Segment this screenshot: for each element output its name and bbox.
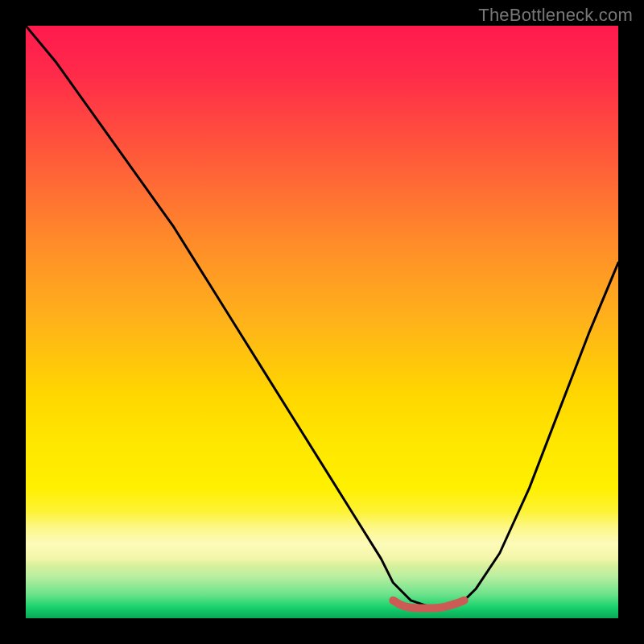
chart-stage: TheBottleneck.com (0, 0, 644, 644)
watermark-text: TheBottleneck.com (478, 5, 633, 26)
chart-svg (26, 26, 618, 618)
bottom-marker (393, 601, 464, 609)
plot-area (26, 26, 618, 618)
curve-line (26, 26, 618, 606)
